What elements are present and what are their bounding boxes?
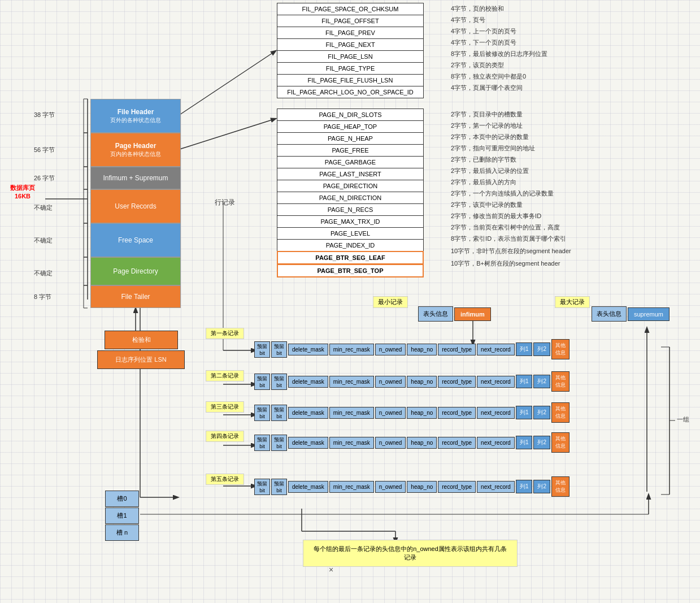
fh-fields: FIL_PAGE_SPACE_OR_CHKSUM FIL_PAGE_OFFSET…: [277, 3, 424, 98]
desc-ph-3: 2字节，指向可重用空间的地址: [451, 144, 535, 153]
desc-fh-3: 4字节，下一个页的页号: [451, 38, 516, 47]
r4-c2: delete_mask: [288, 437, 328, 449]
ph-field-9: PAGE_MAX_TRX_ID: [277, 215, 424, 228]
ph-field-11: PAGE_INDEX_ID: [277, 239, 424, 251]
ph-field-12: PAGE_BTR_SEG_LEAF: [277, 251, 424, 264]
r3-c3: min_rec_mask: [329, 407, 374, 419]
record3-label: 第三条记录: [206, 401, 244, 413]
r3-c6: record_type: [438, 407, 476, 419]
desc-ph-10: 2字节，当前页在索引树中的位置，高度: [451, 223, 560, 232]
r1-c7: next_record: [477, 344, 515, 355]
label-56: 56 字节: [34, 146, 55, 154]
r4-c8: 列1: [516, 436, 533, 449]
ph-field-13: PAGE_BTR_SEG_TOP: [277, 264, 424, 277]
fh-field-2: FIL_PAGE_PREV: [277, 27, 424, 39]
record3-label-wrapper: 第三条记录: [206, 401, 244, 413]
r5-c0: 预留 bit: [254, 479, 270, 495]
r5-c1: 预留 bit: [271, 479, 287, 495]
ph-field-1: PAGE_HEAP_TOP: [277, 120, 424, 133]
desc-fh-1: 4字节，页号: [451, 16, 485, 24]
ph-field-5: PAGE_LAST_INSERT: [277, 168, 424, 180]
ph-field-4: PAGE_GARBAGE: [277, 156, 424, 168]
r3-c8: 列1: [516, 406, 533, 419]
r1-c10: 其他 信息: [551, 339, 569, 359]
desc-fh-7: 4字节，页属于哪个表空间: [451, 84, 523, 92]
infimum-label: infimum: [454, 307, 491, 321]
desc-ph-1: 2字节，第一个记录的地址: [451, 122, 523, 130]
desc-fh-0: 4字节，页的校验和: [451, 5, 504, 13]
slotn-box: 槽 n: [105, 524, 139, 541]
fh-field-5: FIL_PAGE_TYPE: [277, 62, 424, 75]
block-page-dir: Page Directory: [90, 257, 181, 285]
r3-c5: heap_no: [407, 407, 437, 419]
r1-c9: 列2: [533, 342, 550, 356]
ph-field-8: PAGE_N_RECS: [277, 203, 424, 216]
label-uncertain1: 不确定: [34, 203, 53, 212]
ph-field-0: PAGE_N_DIR_SLOTS: [277, 109, 424, 121]
r5-c9: 列2: [533, 480, 550, 493]
desc-ph-7: 2字节，一个方向连续插入的记录数量: [451, 189, 554, 198]
record2-label-wrapper: 第二条记录: [206, 370, 244, 381]
ph-field-7: PAGE_N_DIRECTION: [277, 192, 424, 204]
desc-ph-0: 2字节，页目录中的槽数量: [451, 110, 523, 119]
record5-label-wrapper: 第五条记录: [206, 474, 244, 485]
record3-row: 预留 bit 预留 bit delete_mask min_rec_mask n…: [254, 402, 569, 423]
label-uncertain3: 不确定: [34, 269, 53, 277]
r4-c10: 其他 信息: [551, 432, 569, 453]
r5-c10: 其他 信息: [551, 476, 569, 497]
r2-c3: min_rec_mask: [329, 376, 374, 388]
r3-c7: next_record: [477, 407, 515, 419]
r4-c9: 列2: [533, 436, 550, 449]
record2-label: 第二条记录: [206, 370, 244, 381]
r1-c6: record_type: [438, 344, 476, 355]
r3-c10: 其他 信息: [551, 402, 569, 423]
desc-ph-11: 8字节，索引ID，表示当前页属于哪个索引: [451, 235, 566, 243]
block-free-space: Free Space: [90, 223, 181, 257]
block-infimum: Infimum + Supremum: [90, 167, 181, 189]
r4-c3: min_rec_mask: [329, 437, 374, 449]
row-record-label: 行记录: [215, 198, 235, 207]
infimum-box: 表头信息 infimum: [418, 306, 491, 322]
r5-c3: min_rec_mask: [329, 481, 374, 493]
r1-c1: 预留 bit: [271, 341, 287, 358]
r5-c5: heap_no: [407, 481, 437, 493]
label-38: 38 字节: [34, 111, 55, 119]
svg-line-23: [178, 51, 276, 116]
r1-c5: heap_no: [407, 344, 437, 355]
r3-c0: 预留 bit: [254, 405, 270, 421]
block-page-header: Page Header 页内的各种状态信息: [90, 133, 181, 167]
ph-field-6: PAGE_DIRECTION: [277, 180, 424, 192]
r2-c0: 预留 bit: [254, 374, 270, 390]
record4-label-wrapper: 第四条记录: [206, 431, 244, 442]
desc-ph-4: 2字节，已删除的字节数: [451, 155, 516, 164]
supremum-header: 表头信息: [592, 306, 627, 322]
r1-c8: 列1: [516, 342, 533, 356]
group-label: 一组: [677, 415, 689, 424]
desc-ph-8: 2字节，该页中记录的数量: [451, 201, 523, 209]
r5-c8: 列1: [516, 480, 533, 493]
fh-field-1: FIL_PAGE_OFFSET: [277, 15, 424, 27]
r3-c1: 预留 bit: [271, 405, 287, 421]
r5-c6: record_type: [438, 481, 476, 493]
r4-c1: 预留 bit: [271, 435, 287, 451]
slot0-box: 槽0: [105, 491, 139, 507]
r3-c9: 列2: [533, 406, 550, 419]
r2-c6: record_type: [438, 376, 476, 388]
r2-c9: 列2: [533, 375, 550, 388]
record1-row: 预留 bit 预留 bit delete_mask min_rec_mask n…: [254, 339, 569, 359]
r5-c7: next_record: [477, 481, 515, 493]
supremum-box: 表头信息 supremum: [592, 306, 669, 322]
fh-field-0: FIL_PAGE_SPACE_OR_CHKSUM: [277, 3, 424, 15]
r4-c6: record_type: [438, 437, 476, 449]
record1-label: 第一条记录: [206, 328, 244, 339]
record1-label-wrapper: 第一条记录: [206, 328, 244, 339]
desc-ph-9: 2字节，修改当前页的最大事务ID: [451, 212, 541, 220]
min-record-label: 最小记录: [373, 296, 408, 308]
r1-c3: min_rec_mask: [329, 344, 374, 355]
r1-c4: n_owned: [375, 344, 406, 355]
r1-c0: 预留 bit: [254, 341, 270, 358]
record4-label: 第四条记录: [206, 431, 244, 442]
r4-c5: heap_no: [407, 437, 437, 449]
r1-c2: delete_mask: [288, 344, 328, 355]
ph-field-2: PAGE_N_HEAP: [277, 132, 424, 145]
